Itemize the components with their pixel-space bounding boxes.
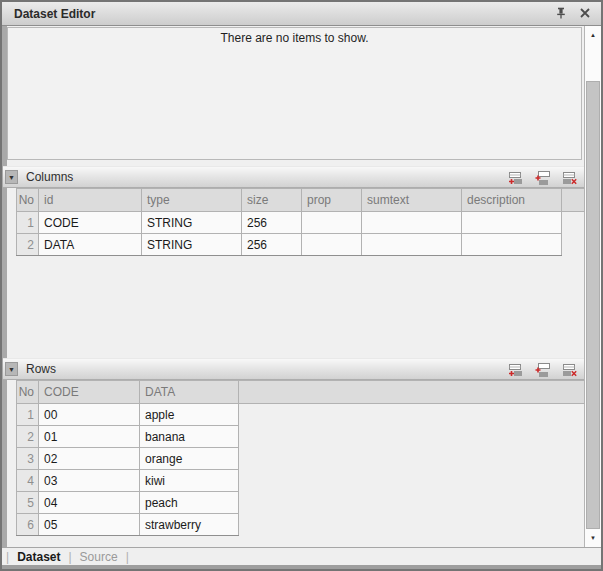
columns-table: No id type size prop sumtext description… (16, 188, 585, 256)
columns-table-header-row: No id type size prop sumtext description (17, 189, 585, 212)
cell-data[interactable]: peach (140, 492, 239, 514)
table-row[interactable]: 2 01 banana (17, 426, 585, 448)
row-number-cell: 3 (17, 448, 39, 470)
filler-cell (239, 426, 585, 448)
columns-toolbar (507, 169, 578, 186)
cell-size[interactable]: 256 (242, 234, 302, 256)
cell-description[interactable] (462, 234, 562, 256)
cell-code[interactable]: 03 (39, 470, 140, 492)
cell-data[interactable]: orange (140, 448, 239, 470)
col-header-size[interactable]: size (242, 189, 302, 212)
vertical-scrollbar[interactable]: ▲ ▼ (584, 26, 601, 547)
cell-sumtext[interactable] (362, 212, 462, 234)
cell-data[interactable]: apple (140, 404, 239, 426)
cell-sumtext[interactable] (362, 234, 462, 256)
cell-data[interactable]: kiwi (140, 470, 239, 492)
row-number-cell: 1 (17, 404, 39, 426)
filler-cell (239, 514, 585, 536)
insert-row-icon[interactable] (534, 361, 551, 378)
row-number-cell: 6 (17, 514, 39, 536)
rows-section-label: Rows (26, 362, 56, 376)
delete-row-icon[interactable] (561, 169, 578, 186)
scroll-down-arrow-icon[interactable]: ▼ (585, 531, 601, 545)
delete-row-icon[interactable] (561, 361, 578, 378)
row-number-cell: 2 (17, 426, 39, 448)
table-row[interactable]: 4 03 kiwi (17, 470, 585, 492)
empty-items-message: There are no items to show. (8, 31, 581, 45)
cell-type[interactable]: STRING (142, 212, 242, 234)
col-header-description[interactable]: description (462, 189, 562, 212)
row-number-cell: 2 (17, 234, 39, 256)
col-header-prop[interactable]: prop (302, 189, 362, 212)
filler-cell (239, 492, 585, 514)
tab-separator: | (6, 550, 9, 564)
cell-size[interactable]: 256 (242, 212, 302, 234)
cell-type[interactable]: STRING (142, 234, 242, 256)
rows-toolbar (507, 361, 578, 378)
rows-table: No CODE DATA 1 00 apple 2 01 banana 3 02… (16, 380, 585, 536)
table-row[interactable]: 2 DATA STRING 256 (17, 234, 585, 256)
bottom-border-band (2, 565, 601, 569)
table-row[interactable]: 1 00 apple (17, 404, 585, 426)
chevron-down-icon: ▼ (8, 174, 15, 181)
cell-code[interactable]: 01 (39, 426, 140, 448)
tab-separator: | (126, 550, 129, 564)
cell-prop[interactable] (302, 234, 362, 256)
pin-icon[interactable] (553, 5, 569, 21)
tab-dataset[interactable]: Dataset (17, 550, 60, 564)
cell-prop[interactable] (302, 212, 362, 234)
scroll-up-arrow-icon[interactable]: ▲ (585, 28, 601, 42)
col-header-code[interactable]: CODE (39, 381, 140, 404)
cell-id[interactable]: DATA (39, 234, 142, 256)
cell-code[interactable]: 04 (39, 492, 140, 514)
col-header-filler (239, 381, 585, 404)
filler-cell (562, 234, 585, 256)
window-title: Dataset Editor (14, 7, 95, 21)
col-header-id[interactable]: id (39, 189, 142, 212)
cell-data[interactable]: strawberry (140, 514, 239, 536)
close-icon[interactable] (577, 5, 593, 21)
table-row[interactable]: 1 CODE STRING 256 (17, 212, 585, 234)
titlebar-icons (553, 5, 593, 21)
col-header-sumtext[interactable]: sumtext (362, 189, 462, 212)
cell-id[interactable]: CODE (39, 212, 142, 234)
filler-cell (239, 404, 585, 426)
row-number-cell: 1 (17, 212, 39, 234)
rows-section-header: ▼ Rows (3, 358, 584, 380)
cell-code[interactable]: 00 (39, 404, 140, 426)
row-number-cell: 5 (17, 492, 39, 514)
cell-description[interactable] (462, 212, 562, 234)
col-header-filler (562, 189, 585, 212)
col-header-type[interactable]: type (142, 189, 242, 212)
filler-cell (239, 470, 585, 492)
filler-cell (562, 212, 585, 234)
tab-separator: | (68, 550, 71, 564)
rows-table-header-row: No CODE DATA (17, 381, 585, 404)
add-row-icon[interactable] (507, 169, 524, 186)
col-header-no[interactable]: No (17, 189, 39, 212)
columns-section-label: Columns (26, 170, 73, 184)
cell-data[interactable]: banana (140, 426, 239, 448)
col-header-no[interactable]: No (17, 381, 39, 404)
rows-collapse-button[interactable]: ▼ (5, 362, 18, 376)
filler-cell (239, 448, 585, 470)
row-number-cell: 4 (17, 470, 39, 492)
dataset-editor-window: Dataset Editor There are no items to sho… (0, 0, 603, 571)
columns-section-header: ▼ Columns (3, 166, 584, 188)
titlebar: Dataset Editor (2, 2, 601, 26)
col-header-data[interactable]: DATA (140, 381, 239, 404)
cell-code[interactable]: 05 (39, 514, 140, 536)
footer-tabstrip: | Dataset | Source | (2, 548, 601, 565)
scrollbar-thumb[interactable] (586, 81, 600, 529)
add-row-icon[interactable] (507, 361, 524, 378)
empty-items-panel: There are no items to show. (7, 27, 582, 160)
table-row[interactable]: 6 05 strawberry (17, 514, 585, 536)
columns-collapse-button[interactable]: ▼ (5, 170, 18, 184)
insert-row-icon[interactable] (534, 169, 551, 186)
tab-source[interactable]: Source (80, 550, 118, 564)
cell-code[interactable]: 02 (39, 448, 140, 470)
chevron-down-icon: ▼ (8, 366, 15, 373)
table-row[interactable]: 3 02 orange (17, 448, 585, 470)
table-row[interactable]: 5 04 peach (17, 492, 585, 514)
